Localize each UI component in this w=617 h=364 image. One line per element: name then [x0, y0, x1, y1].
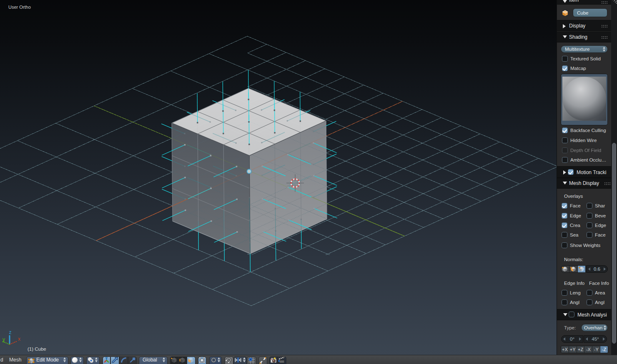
svg-text:x: x — [18, 336, 20, 342]
svg-text:User Ortho: User Ortho — [8, 5, 31, 10]
svg-text:(1) Cube: (1) Cube — [28, 347, 46, 352]
svg-text:z: z — [9, 329, 12, 335]
svg-text:y: y — [3, 337, 5, 342]
